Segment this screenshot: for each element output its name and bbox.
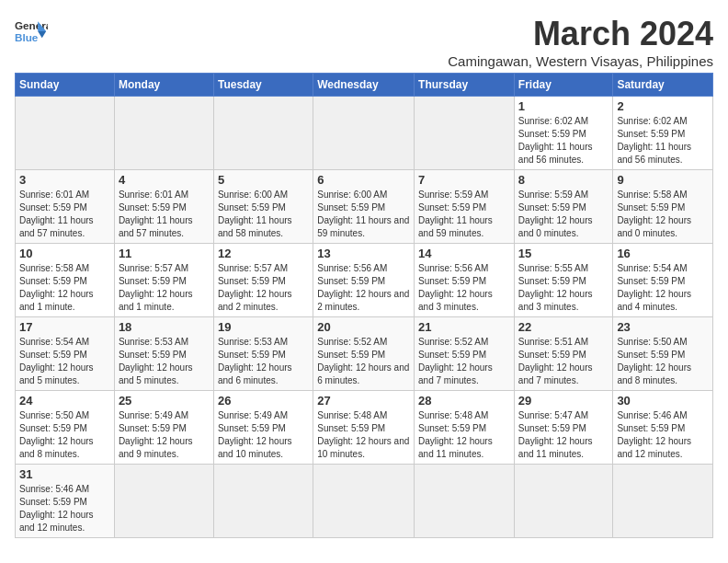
day-info: Sunrise: 5:48 AM Sunset: 5:59 PM Dayligh… (317, 409, 410, 461)
day-number: 21 (418, 320, 510, 334)
day-info: Sunrise: 6:01 AM Sunset: 5:59 PM Dayligh… (119, 189, 210, 240)
calendar-cell: 30Sunrise: 5:46 AM Sunset: 5:59 PM Dayli… (613, 391, 713, 465)
calendar-cell: 14Sunrise: 5:56 AM Sunset: 5:59 PM Dayli… (415, 244, 515, 317)
calendar-cell: 3Sunrise: 6:01 AM Sunset: 5:59 PM Daylig… (16, 170, 115, 244)
day-number: 17 (19, 320, 110, 334)
weekday-header-saturday: Saturday (613, 74, 713, 97)
day-number: 28 (418, 394, 510, 408)
calendar-cell: 12Sunrise: 5:57 AM Sunset: 5:59 PM Dayli… (213, 244, 313, 317)
calendar-cell: 20Sunrise: 5:52 AM Sunset: 5:59 PM Dayli… (313, 317, 415, 391)
day-number: 4 (119, 173, 210, 187)
calendar-cell: 15Sunrise: 5:55 AM Sunset: 5:59 PM Dayli… (514, 244, 613, 317)
calendar-week-row: 17Sunrise: 5:54 AM Sunset: 5:59 PM Dayli… (16, 317, 713, 391)
calendar-week-row: 31Sunrise: 5:46 AM Sunset: 5:59 PM Dayli… (16, 465, 713, 538)
day-number: 9 (617, 173, 709, 187)
logo: General Blue (15, 15, 48, 48)
day-number: 6 (317, 173, 410, 187)
calendar-cell: 26Sunrise: 5:49 AM Sunset: 5:59 PM Dayli… (213, 391, 313, 465)
day-number: 23 (617, 320, 709, 334)
day-number: 31 (19, 467, 110, 481)
calendar-cell (313, 465, 415, 538)
day-number: 2 (617, 99, 709, 113)
day-number: 3 (19, 173, 110, 187)
day-info: Sunrise: 5:56 AM Sunset: 5:59 PM Dayligh… (418, 262, 510, 314)
calendar-cell: 8Sunrise: 5:59 AM Sunset: 5:59 PM Daylig… (514, 170, 613, 244)
day-info: Sunrise: 5:57 AM Sunset: 5:59 PM Dayligh… (119, 262, 210, 314)
calendar-week-row: 10Sunrise: 5:58 AM Sunset: 5:59 PM Dayli… (16, 244, 713, 317)
weekday-header-wednesday: Wednesday (313, 74, 415, 97)
calendar-week-row: 24Sunrise: 5:50 AM Sunset: 5:59 PM Dayli… (16, 391, 713, 465)
calendar-cell: 17Sunrise: 5:54 AM Sunset: 5:59 PM Dayli… (16, 317, 115, 391)
calendar-cell: 1Sunrise: 6:02 AM Sunset: 5:59 PM Daylig… (514, 97, 613, 170)
calendar-cell (16, 97, 115, 170)
calendar-cell (415, 97, 515, 170)
day-info: Sunrise: 5:53 AM Sunset: 5:59 PM Dayligh… (218, 336, 309, 387)
calendar-cell: 31Sunrise: 5:46 AM Sunset: 5:59 PM Dayli… (16, 465, 115, 538)
day-info: Sunrise: 5:47 AM Sunset: 5:59 PM Dayligh… (518, 409, 609, 461)
calendar-cell: 18Sunrise: 5:53 AM Sunset: 5:59 PM Dayli… (114, 317, 213, 391)
calendar-table: SundayMondayTuesdayWednesdayThursdayFrid… (15, 73, 713, 538)
calendar-cell: 13Sunrise: 5:56 AM Sunset: 5:59 PM Dayli… (313, 244, 415, 317)
day-info: Sunrise: 5:46 AM Sunset: 5:59 PM Dayligh… (19, 483, 110, 534)
weekday-header-thursday: Thursday (415, 74, 515, 97)
day-info: Sunrise: 5:59 AM Sunset: 5:59 PM Dayligh… (418, 189, 510, 240)
calendar-cell: 19Sunrise: 5:53 AM Sunset: 5:59 PM Dayli… (213, 317, 313, 391)
day-info: Sunrise: 5:50 AM Sunset: 5:59 PM Dayligh… (617, 336, 709, 387)
day-number: 20 (317, 320, 410, 334)
calendar-cell: 6Sunrise: 6:00 AM Sunset: 5:59 PM Daylig… (313, 170, 415, 244)
calendar-week-row: 3Sunrise: 6:01 AM Sunset: 5:59 PM Daylig… (16, 170, 713, 244)
day-info: Sunrise: 6:02 AM Sunset: 5:59 PM Dayligh… (518, 115, 609, 167)
header: General Blue March 2024 Camingawan, West… (15, 15, 713, 69)
day-info: Sunrise: 5:49 AM Sunset: 5:59 PM Dayligh… (218, 409, 309, 461)
calendar-cell: 23Sunrise: 5:50 AM Sunset: 5:59 PM Dayli… (613, 317, 713, 391)
calendar-cell: 11Sunrise: 5:57 AM Sunset: 5:59 PM Dayli… (114, 244, 213, 317)
day-info: Sunrise: 6:00 AM Sunset: 5:59 PM Dayligh… (218, 189, 309, 240)
calendar-cell: 7Sunrise: 5:59 AM Sunset: 5:59 PM Daylig… (415, 170, 515, 244)
day-info: Sunrise: 5:55 AM Sunset: 5:59 PM Dayligh… (518, 262, 609, 314)
day-number: 25 (119, 394, 210, 408)
day-number: 10 (19, 247, 110, 260)
calendar-cell (415, 465, 515, 538)
weekday-header-monday: Monday (114, 74, 213, 97)
calendar-cell: 2Sunrise: 6:02 AM Sunset: 5:59 PM Daylig… (613, 97, 713, 170)
day-number: 15 (518, 247, 609, 260)
month-year-title: March 2024 (448, 15, 713, 53)
day-number: 24 (19, 394, 110, 408)
day-info: Sunrise: 5:53 AM Sunset: 5:59 PM Dayligh… (119, 336, 210, 387)
day-number: 7 (418, 173, 510, 187)
calendar-cell: 9Sunrise: 5:58 AM Sunset: 5:59 PM Daylig… (613, 170, 713, 244)
calendar-cell: 29Sunrise: 5:47 AM Sunset: 5:59 PM Dayli… (514, 391, 613, 465)
calendar-cell: 27Sunrise: 5:48 AM Sunset: 5:59 PM Dayli… (313, 391, 415, 465)
day-info: Sunrise: 5:49 AM Sunset: 5:59 PM Dayligh… (119, 409, 210, 461)
svg-marker-3 (38, 31, 46, 38)
calendar-cell (213, 97, 313, 170)
day-info: Sunrise: 5:54 AM Sunset: 5:59 PM Dayligh… (19, 336, 110, 387)
day-number: 26 (218, 394, 309, 408)
calendar-week-row: 1Sunrise: 6:02 AM Sunset: 5:59 PM Daylig… (16, 97, 713, 170)
day-info: Sunrise: 5:48 AM Sunset: 5:59 PM Dayligh… (418, 409, 510, 461)
day-info: Sunrise: 5:52 AM Sunset: 5:59 PM Dayligh… (418, 336, 510, 387)
day-info: Sunrise: 5:46 AM Sunset: 5:59 PM Dayligh… (617, 409, 709, 461)
calendar-cell: 5Sunrise: 6:00 AM Sunset: 5:59 PM Daylig… (213, 170, 313, 244)
day-number: 1 (518, 99, 609, 113)
day-number: 14 (418, 247, 510, 260)
day-info: Sunrise: 5:51 AM Sunset: 5:59 PM Dayligh… (518, 336, 609, 387)
calendar-cell (213, 465, 313, 538)
title-block: March 2024 Camingawan, Western Visayas, … (448, 15, 713, 69)
day-number: 30 (617, 394, 709, 408)
day-number: 8 (518, 173, 609, 187)
day-info: Sunrise: 5:58 AM Sunset: 5:59 PM Dayligh… (19, 262, 110, 314)
weekday-header-tuesday: Tuesday (213, 74, 313, 97)
weekday-header-row: SundayMondayTuesdayWednesdayThursdayFrid… (16, 74, 713, 97)
weekday-header-friday: Friday (514, 74, 613, 97)
day-info: Sunrise: 6:00 AM Sunset: 5:59 PM Dayligh… (317, 189, 410, 240)
calendar-cell: 28Sunrise: 5:48 AM Sunset: 5:59 PM Dayli… (415, 391, 515, 465)
calendar-cell: 24Sunrise: 5:50 AM Sunset: 5:59 PM Dayli… (16, 391, 115, 465)
calendar-cell (514, 465, 613, 538)
day-number: 13 (317, 247, 410, 260)
day-number: 19 (218, 320, 309, 334)
calendar-cell: 10Sunrise: 5:58 AM Sunset: 5:59 PM Dayli… (16, 244, 115, 317)
day-number: 22 (518, 320, 609, 334)
calendar-cell (114, 465, 213, 538)
day-info: Sunrise: 6:01 AM Sunset: 5:59 PM Dayligh… (19, 189, 110, 240)
